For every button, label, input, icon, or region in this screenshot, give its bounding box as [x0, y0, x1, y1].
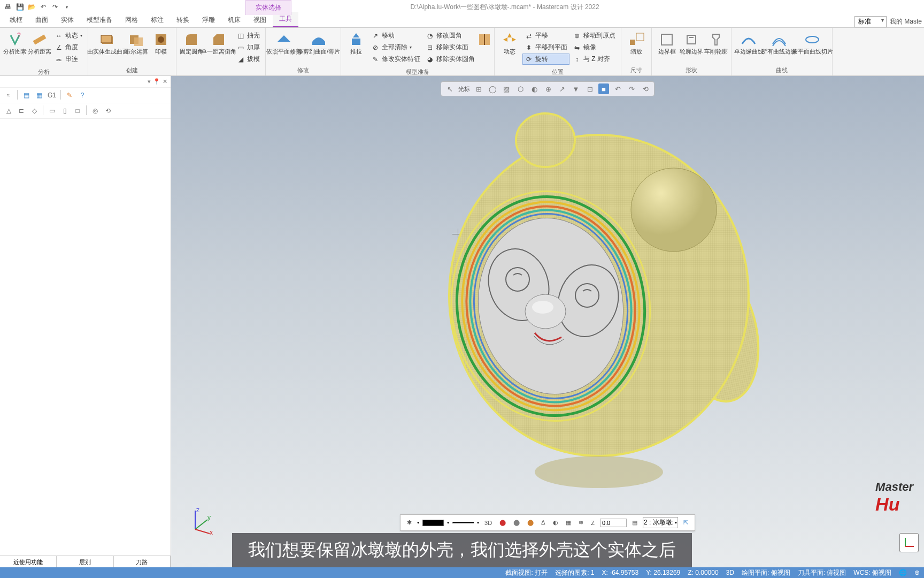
color-1-icon[interactable]: ⬤: [497, 518, 508, 527]
tab-surface[interactable]: 曲面: [29, 13, 55, 27]
tool-icon-13[interactable]: ◎: [90, 105, 101, 116]
boolean-button[interactable]: 布尔运算: [125, 30, 148, 56]
tool-icon-8[interactable]: ⊏: [16, 105, 27, 116]
imprint-button[interactable]: 印模: [149, 30, 173, 56]
edge-curve-button[interactable]: 单边缘曲线: [735, 30, 763, 56]
tool-icon-3[interactable]: ▦: [34, 90, 44, 101]
tool-icon-1[interactable]: ≈: [3, 90, 14, 101]
rotate-button[interactable]: ⟳旋转: [522, 54, 569, 65]
layer-icon[interactable]: ≋: [576, 518, 586, 527]
status-wcs[interactable]: WCS: 俯视图: [853, 568, 891, 577]
thicken-button[interactable]: ▭加厚: [234, 42, 262, 53]
qat-undo-icon[interactable]: ↶: [38, 2, 48, 12]
all-edges-button[interactable]: 所有曲线边缘: [764, 30, 795, 56]
analyze-angle-button[interactable]: ∠角度: [52, 42, 84, 53]
remove-fillet-button[interactable]: ◕移除实体圆角: [424, 54, 477, 65]
panel-tab-level[interactable]: 层别: [57, 556, 113, 568]
tool-icon-2[interactable]: ▤: [21, 90, 32, 101]
view-style-combo[interactable]: 标准: [854, 16, 887, 27]
move-feature-button[interactable]: ↗移动: [369, 30, 422, 41]
trim-surface-button[interactable]: 修剪到曲面/薄片: [300, 30, 337, 56]
line-width[interactable]: [452, 522, 474, 523]
panel-pin-icon[interactable]: 📍: [153, 78, 160, 85]
align-z-button[interactable]: ↕与 Z 对齐: [571, 54, 618, 65]
tool-icon-10[interactable]: ▭: [47, 105, 57, 116]
modify-feature-button[interactable]: ✎修改实体特征: [369, 54, 422, 65]
scale-button[interactable]: 缩放: [625, 30, 648, 56]
mode-3d[interactable]: 3D: [482, 519, 494, 527]
panel-close-icon[interactable]: ✕: [163, 78, 167, 85]
clear-all-button[interactable]: ⊘全部清除 ▾: [369, 42, 422, 53]
status-globe-icon[interactable]: 🌐: [899, 569, 907, 576]
tool-icon-5[interactable]: ✎: [64, 90, 75, 101]
tool-a-icon[interactable]: ᐃ: [539, 518, 548, 527]
shell-button[interactable]: ◫抽壳: [234, 30, 262, 41]
tool-icon-9[interactable]: ◇: [29, 105, 40, 116]
split-icon-button[interactable]: [478, 30, 491, 49]
chamfer-button[interactable]: 单一距离倒角: [204, 30, 233, 56]
trim-plane-button[interactable]: 依照平面修剪: [269, 30, 299, 56]
color-3-icon[interactable]: ⬤: [525, 518, 536, 527]
panel-tab-toolpath[interactable]: 刀路: [114, 556, 171, 568]
line-style[interactable]: [422, 520, 444, 526]
remove-face-button[interactable]: ⊟移除实体面: [424, 42, 477, 53]
status-tplane[interactable]: 刀具平面: 俯视图: [798, 568, 846, 577]
analyze-dynamic-button[interactable]: ↔动态 ▾: [52, 30, 84, 41]
tab-art[interactable]: 浮雕: [196, 13, 221, 27]
tab-view[interactable]: 视图: [247, 13, 273, 27]
solid-to-surface-button[interactable]: 由实体生成曲面: [91, 30, 124, 56]
tab-transform[interactable]: 转换: [170, 13, 196, 27]
shade-icon[interactable]: ◐: [551, 518, 560, 527]
panel-dropdown-icon[interactable]: ▾: [148, 78, 151, 85]
tool-icon-4[interactable]: G1: [47, 90, 57, 101]
analyze-chain-button[interactable]: ⫘串连: [52, 54, 84, 65]
qat-open-icon[interactable]: 📂: [27, 2, 36, 12]
panel-tree[interactable]: [0, 119, 171, 556]
layer-toggle-icon[interactable]: ▤: [630, 518, 640, 527]
tab-machine[interactable]: 机床: [221, 13, 247, 27]
silhouette-button[interactable]: 轮廓边界: [680, 30, 703, 56]
analyze-distance-button[interactable]: 分析距离: [28, 30, 51, 56]
color-2-icon[interactable]: ⬤: [511, 518, 522, 527]
tool-icon-7[interactable]: △: [3, 105, 14, 116]
pushpull-button[interactable]: 推拉: [344, 30, 368, 56]
point-style-icon[interactable]: ✱: [405, 518, 414, 527]
tab-solid[interactable]: 实体: [55, 13, 80, 27]
qat-save-icon[interactable]: 💾: [15, 2, 25, 12]
tool-icon-14[interactable]: ⟲: [103, 105, 113, 116]
translate-button[interactable]: ⇄平移: [522, 30, 569, 41]
tab-drafting[interactable]: 标注: [144, 13, 170, 27]
qat-print-icon[interactable]: 🖶: [3, 2, 13, 12]
tab-modelprep[interactable]: 模型准备: [80, 13, 119, 27]
draft-button[interactable]: ◢拔模: [234, 54, 262, 65]
tool-icon-6[interactable]: ?: [77, 90, 88, 101]
analyze-entity-button[interactable]: ? 分析图素: [3, 30, 27, 56]
export-icon[interactable]: ⇱: [681, 518, 690, 527]
status-axis-icon[interactable]: ⊕: [914, 569, 920, 576]
context-tab[interactable]: 实体选择: [245, 0, 291, 15]
panel-tab-recent[interactable]: 近使用功能: [0, 556, 57, 568]
slice-button[interactable]: 按平面曲线切片: [796, 30, 829, 56]
status-section-view[interactable]: 截面视图: 打开: [505, 568, 548, 577]
mirror-button[interactable]: ⇋镜像: [571, 42, 618, 53]
z-input[interactable]: [600, 519, 627, 527]
tool-icon-11[interactable]: ▯: [59, 105, 70, 116]
qat-dropdown-icon[interactable]: ▾: [62, 2, 72, 12]
viewport-3d[interactable]: ↖ 光标 ⊞ ◯ ▨ ⬡ ◐ ⊕ ↗ ▼ ⊡ ■ ↶ ↷ ⟲: [171, 76, 924, 568]
translate-to-plane-button[interactable]: ⬍平移到平面: [522, 42, 569, 53]
level-combo[interactable]: 2 : 冰墩墩:▾: [643, 517, 678, 528]
grid-icon[interactable]: ▦: [564, 518, 573, 527]
coord-system-icon[interactable]: [899, 533, 919, 552]
dynamic-pos-button[interactable]: 动态: [498, 30, 521, 56]
fillet-button[interactable]: 固定圆角: [180, 30, 203, 56]
tab-mesh[interactable]: 网格: [119, 13, 144, 27]
status-3d[interactable]: 3D: [726, 569, 734, 576]
move-origin-button[interactable]: ⊕移动到原点: [571, 30, 618, 41]
status-cplane[interactable]: 绘图平面: 俯视图: [742, 568, 790, 577]
tab-wireframe[interactable]: 线框: [3, 13, 29, 27]
modify-fillet-button[interactable]: ◔修改圆角: [424, 30, 477, 41]
turn-profile-button[interactable]: 车削轮廓: [704, 30, 728, 56]
qat-redo-icon[interactable]: ↷: [50, 2, 60, 12]
bbox-button[interactable]: 边界框: [655, 30, 679, 56]
tool-icon-12[interactable]: □: [72, 105, 83, 116]
